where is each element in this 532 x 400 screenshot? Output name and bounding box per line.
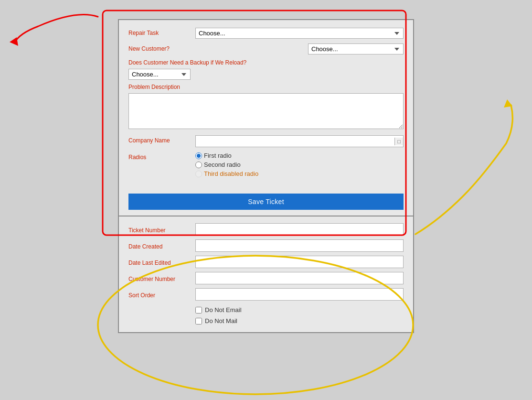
radio-item-third: Third disabled radio (195, 170, 258, 177)
customer-number-label: Customer Number (128, 274, 195, 282)
radio-group: First radio Second radio Third disabled … (195, 152, 258, 177)
save-ticket-button[interactable]: Save Ticket (128, 194, 404, 210)
radio-third-input (195, 171, 202, 177)
expand-icon[interactable]: □ (394, 138, 403, 145)
repair-task-label: Repair Task (128, 28, 195, 36)
radio-second-input[interactable] (195, 162, 202, 168)
do-not-mail-checkbox[interactable] (195, 318, 202, 324)
radio-third-label: Third disabled radio (204, 170, 258, 177)
backup-question-label: Does Customer Need a Backup if We Reload… (128, 59, 404, 66)
repair-task-select[interactable]: Choose... (195, 28, 404, 39)
ticket-number-label: Ticket Number (128, 225, 195, 234)
date-created-input[interactable]: 03/06/2022 (195, 239, 404, 252)
radios-label: Radios (128, 152, 195, 161)
do-not-mail-row: Do Not Mail (195, 317, 404, 324)
new-customer-select[interactable]: Choose... (308, 43, 404, 54)
date-created-label: Date Created (128, 241, 195, 250)
do-not-email-row: Do Not Email (195, 306, 404, 314)
sort-order-label: Sort Order (128, 290, 195, 299)
ticket-number-input[interactable] (195, 223, 404, 236)
radio-item-second: Second radio (195, 161, 258, 168)
do-not-email-checkbox[interactable] (195, 307, 202, 314)
company-name-input[interactable] (196, 136, 394, 147)
date-last-edited-input[interactable]: 03/06/2022 (195, 256, 404, 268)
date-last-edited-label: Date Last Edited (128, 258, 195, 266)
section-divider (119, 216, 413, 216)
radio-item-first: First radio (195, 152, 258, 159)
sort-order-input[interactable] (195, 288, 404, 301)
bottom-section: Ticket Number Date Created 03/06/2022 Da… (119, 218, 413, 332)
svg-marker-2 (504, 99, 512, 108)
problem-desc-textarea[interactable] (128, 93, 404, 129)
do-not-mail-label: Do Not Mail (205, 317, 237, 324)
radio-second-label: Second radio (204, 161, 241, 168)
radio-first-input[interactable] (195, 152, 202, 159)
problem-desc-label: Problem Description (128, 84, 404, 90)
new-customer-label: New Customer? (128, 43, 195, 52)
svg-marker-0 (10, 37, 18, 46)
company-name-label: Company Name (128, 135, 195, 144)
backup-select[interactable]: Choose... (128, 69, 191, 80)
radio-first-label: First radio (204, 152, 232, 159)
do-not-email-label: Do Not Email (205, 306, 242, 314)
customer-number-input[interactable] (195, 272, 404, 284)
